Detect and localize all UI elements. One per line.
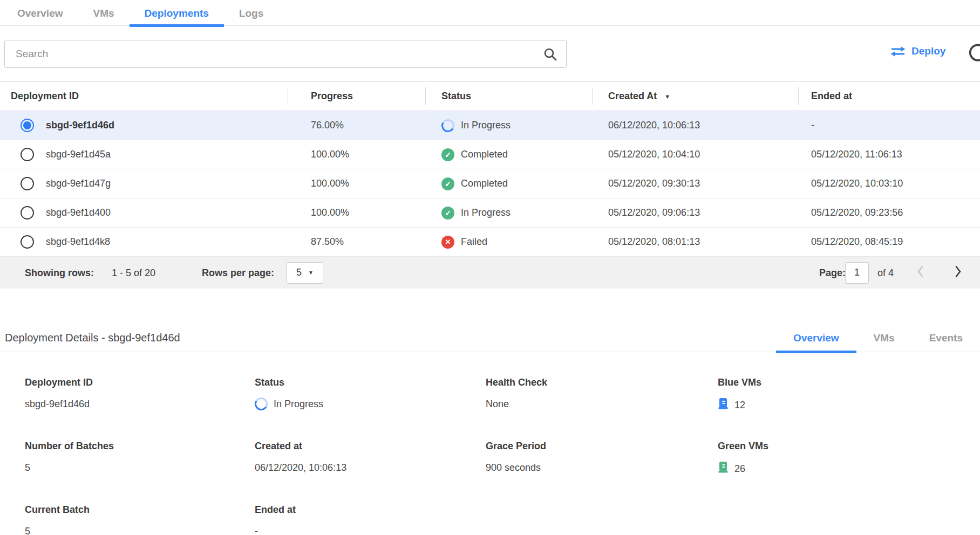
radio-button[interactable] bbox=[21, 177, 34, 190]
details-header: Deployment Details - sbgd-9ef1d46d Overv… bbox=[0, 324, 980, 352]
showing-rows-label: Showing rows: bbox=[25, 267, 94, 278]
search-box bbox=[4, 40, 567, 68]
deploy-label: Deploy bbox=[911, 45, 945, 57]
status-label: In Progress bbox=[461, 120, 511, 131]
deployment-id: sbgd-9ef1d45a bbox=[46, 149, 111, 160]
field-created-at: Created at 06/12/2020, 10:06:13 bbox=[255, 441, 486, 476]
rows-per-page-value: 5 bbox=[296, 267, 302, 278]
details-title: Deployment Details - sbgd-9ef1d46d bbox=[5, 332, 180, 352]
created-at-value: 05/12/2020, 08:01:13 bbox=[592, 236, 798, 248]
deployment-id: sbgd-9ef1d47g bbox=[46, 178, 111, 189]
table-row[interactable]: sbgd-9ef1d47g 100.00% Completed 05/12/20… bbox=[0, 169, 980, 198]
column-header-created-at[interactable]: Created At ▼ bbox=[592, 82, 798, 111]
status-label: Completed bbox=[461, 149, 508, 160]
created-at-value: 05/12/2020, 10:04:10 bbox=[592, 149, 798, 160]
status-label: Completed bbox=[461, 178, 508, 189]
table-row[interactable]: sbgd-9ef1d45a 100.00% Completed 05/12/20… bbox=[0, 140, 980, 169]
ended-at-value: - bbox=[798, 120, 980, 131]
showing-rows-value: 1 - 5 of 20 bbox=[112, 267, 155, 278]
search-icon[interactable] bbox=[543, 47, 557, 61]
tab-vms[interactable]: VMs bbox=[78, 1, 130, 27]
column-header-deployment-id[interactable]: Deployment ID bbox=[0, 82, 288, 111]
details-tab-events[interactable]: Events bbox=[912, 332, 980, 353]
field-deployment-id: Deployment ID sbgd-9ef1d46d bbox=[25, 377, 255, 413]
refresh-icon[interactable] bbox=[967, 42, 980, 66]
created-at-value: 06/12/2020, 10:06:13 bbox=[592, 120, 798, 131]
blue-vm-server-icon bbox=[718, 397, 729, 413]
green-vm-server-icon bbox=[718, 461, 729, 476]
progress-value: 100.00% bbox=[288, 207, 425, 218]
radio-button[interactable] bbox=[21, 148, 34, 161]
tab-logs[interactable]: Logs bbox=[224, 1, 278, 27]
status-in-progress-icon bbox=[440, 118, 455, 133]
progress-value: 76.00% bbox=[288, 120, 425, 131]
field-ended-at: Ended at - bbox=[255, 504, 486, 535]
progress-value: 87.50% bbox=[288, 236, 425, 248]
table-header: Deployment ID Progress Status Created At… bbox=[0, 81, 980, 111]
table-footer: Showing rows: 1 - 5 of 20 Rows per page:… bbox=[0, 257, 980, 289]
next-page-icon[interactable] bbox=[954, 265, 962, 280]
chevron-down-icon: ▼ bbox=[308, 270, 314, 276]
table-row[interactable]: sbgd-9ef1d4k8 87.50% Failed 05/12/2020, … bbox=[0, 228, 980, 257]
details-tab-overview[interactable]: Overview bbox=[776, 332, 856, 353]
column-header-ended-at[interactable]: Ended at bbox=[798, 82, 980, 111]
page-total: of 4 bbox=[877, 267, 894, 278]
rows-per-page-label: Rows per page: bbox=[202, 267, 274, 278]
created-at-value: 05/12/2020, 09:30:13 bbox=[592, 178, 798, 189]
deployment-id: sbgd-9ef1d4k8 bbox=[46, 236, 110, 248]
table-row[interactable]: sbgd-9ef1d400 100.00% In Progress 05/12/… bbox=[0, 198, 980, 228]
details-grid: Deployment ID sbgd-9ef1d46d Status In Pr… bbox=[0, 377, 980, 535]
tab-deployments[interactable]: Deployments bbox=[130, 1, 224, 27]
field-health-check: Health Check None bbox=[486, 377, 718, 413]
radio-button[interactable] bbox=[21, 119, 34, 132]
created-at-value: 05/12/2020, 09:06:13 bbox=[592, 207, 798, 218]
deploy-button[interactable]: Deploy bbox=[890, 45, 945, 57]
status-completed-icon bbox=[441, 177, 454, 190]
deployments-table: Deployment ID Progress Status Created At… bbox=[0, 81, 980, 289]
status-failed-icon bbox=[441, 236, 454, 249]
radio-button[interactable] bbox=[21, 235, 34, 249]
status-label: Failed bbox=[461, 236, 487, 248]
progress-value: 100.00% bbox=[288, 149, 425, 160]
deployment-id: sbgd-9ef1d400 bbox=[46, 207, 111, 218]
swap-arrows-icon bbox=[890, 46, 906, 57]
field-status: Status In Progress bbox=[255, 377, 486, 413]
field-grace-period: Grace Period 900 seconds bbox=[486, 441, 718, 476]
previous-page-icon[interactable] bbox=[916, 265, 924, 280]
details-tab-vms[interactable]: VMs bbox=[856, 332, 912, 353]
status-completed-icon bbox=[441, 148, 454, 161]
field-blue-vms: Blue VMs 12 bbox=[718, 377, 980, 413]
column-header-status[interactable]: Status bbox=[425, 82, 592, 111]
ended-at-value: 05/12/2020, 10:03:10 bbox=[798, 178, 980, 189]
field-current-batch: Current Batch 5 bbox=[25, 504, 255, 535]
status-label: In Progress bbox=[461, 207, 511, 218]
progress-value: 100.00% bbox=[288, 178, 425, 189]
column-header-progress[interactable]: Progress bbox=[288, 82, 425, 111]
status-completed-icon bbox=[441, 207, 454, 220]
details-tab-bar: Overview VMs Events bbox=[776, 332, 980, 352]
field-number-of-batches: Number of Batches 5 bbox=[25, 441, 255, 476]
ended-at-value: 05/12/2020, 11:06:13 bbox=[798, 149, 980, 160]
radio-button[interactable] bbox=[21, 206, 34, 220]
toolbar: Deploy bbox=[0, 26, 980, 81]
ended-at-value: 05/12/2020, 09:23:56 bbox=[798, 207, 980, 218]
search-input[interactable] bbox=[5, 40, 566, 67]
field-green-vms: Green VMs 26 bbox=[718, 441, 980, 476]
page-number-input[interactable] bbox=[845, 262, 869, 284]
sort-desc-icon[interactable]: ▼ bbox=[664, 93, 670, 100]
deployment-id: sbgd-9ef1d46d bbox=[46, 120, 114, 131]
status-in-progress-icon bbox=[253, 396, 269, 411]
tab-overview[interactable]: Overview bbox=[2, 1, 78, 27]
page-label: Page: bbox=[819, 267, 846, 278]
rows-per-page-select[interactable]: 5 ▼ bbox=[287, 262, 323, 284]
ended-at-value: 05/12/2020, 08:45:19 bbox=[798, 236, 980, 248]
top-tab-bar: Overview VMs Deployments Logs bbox=[0, 0, 980, 26]
table-row[interactable]: sbgd-9ef1d46d 76.00% In Progress 06/12/2… bbox=[0, 111, 980, 140]
deployments-page: Overview VMs Deployments Logs Deploy bbox=[0, 0, 980, 535]
